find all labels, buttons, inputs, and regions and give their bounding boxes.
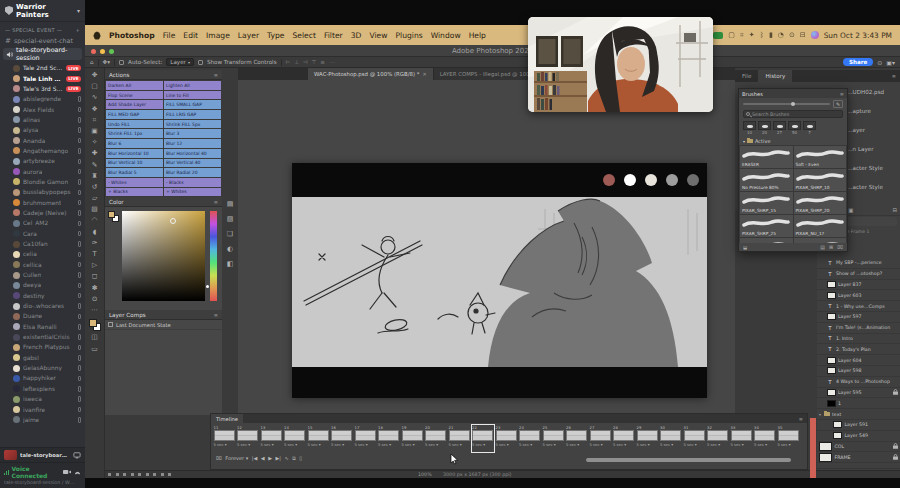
layer-row[interactable]: FRAME <box>817 452 900 463</box>
wifi-icon[interactable]: ◔ <box>778 31 784 39</box>
voice-user-row[interactable]: bruhmoment <box>0 197 85 207</box>
timeline-frame[interactable]: 245 sec ▾ <box>519 425 541 453</box>
frame-duration[interactable]: 5 sec ▾ <box>731 441 752 447</box>
layer-row[interactable]: TShow of …otoshop? <box>817 269 900 280</box>
frame-duration[interactable]: 5 sec ▾ <box>237 441 258 447</box>
brush-tile[interactable]: Expressive Inkr M <box>794 238 847 243</box>
voice-user-row[interactable]: Elsa Ranalli <box>0 322 85 332</box>
action-button[interactable]: Blur Radial 20 <box>164 168 221 177</box>
frame-duration[interactable]: 5 sec ▾ <box>684 441 705 447</box>
loop-selector[interactable]: Forever ▾ <box>225 455 248 461</box>
voice-user-row[interactable]: Cullen <box>0 270 85 280</box>
layer-row[interactable]: ▾text <box>817 409 900 420</box>
layer-row[interactable]: Layer 591 <box>817 420 900 431</box>
frame-duration[interactable]: 5 sec ▾ <box>331 441 352 447</box>
hand-tool-icon[interactable]: ✽ <box>92 284 98 293</box>
foreground-background-swatches[interactable] <box>108 211 119 222</box>
layer-row[interactable]: Layer 549 <box>817 431 900 442</box>
frame-thumbnail[interactable] <box>566 430 587 441</box>
timeline-mini-icon[interactable] <box>108 473 111 476</box>
menu-3d[interactable]: 3D <box>351 31 362 40</box>
libraries-panel-icon[interactable]: ❏ <box>227 230 233 238</box>
voice-user-row[interactable]: Ananda <box>0 135 85 145</box>
frame-thumbnail[interactable] <box>543 430 564 441</box>
brush-preset[interactable]: 27 <box>773 121 786 135</box>
timeline-frame[interactable]: 265 sec ▾ <box>566 425 588 453</box>
layer-row[interactable]: TMy SBP -…perience <box>817 258 900 269</box>
timeline-frame[interactable]: 355 sec ▾ <box>777 425 799 453</box>
layer-row[interactable]: Layer 604 <box>817 355 900 366</box>
timeline-mini-icon[interactable] <box>153 473 156 476</box>
brush-tile[interactable]: PIXAR_SHRP_10 <box>794 169 847 191</box>
action-button[interactable]: Darken All <box>106 81 163 90</box>
disconnect-icon[interactable] <box>74 469 81 476</box>
timeline-frame[interactable]: 135 sec ▾ <box>260 425 282 453</box>
timeline-scrollbar[interactable] <box>586 458 791 462</box>
action-button[interactable]: Blur Vertical 10 <box>106 159 163 168</box>
action-button[interactable]: Blur 12 <box>164 139 221 148</box>
action-button[interactable]: - Blacks <box>164 178 221 187</box>
zoom-tool-icon[interactable]: ⊙ <box>92 295 98 304</box>
action-button[interactable]: Line to Fill <box>164 91 221 100</box>
color-field[interactable] <box>122 211 205 301</box>
frame-thumbnail[interactable] <box>425 430 446 441</box>
frame-thumbnail[interactable] <box>284 430 305 441</box>
frame-thumbnail[interactable] <box>449 430 470 441</box>
frame-thumbnail[interactable] <box>731 430 752 441</box>
calendar-icon[interactable]: ⌗ <box>740 31 744 39</box>
frame-thumbnail[interactable] <box>519 430 540 441</box>
adjustments-panel-icon[interactable]: ◐ <box>227 245 233 253</box>
ellipsis-tool-icon[interactable]: ⋯ <box>91 306 98 315</box>
close-tab-icon[interactable]: ✕ <box>422 71 426 77</box>
frame-duration[interactable]: 5 sec ▾ <box>496 441 517 447</box>
menu-window[interactable]: Window <box>431 31 461 40</box>
path-select-tool-icon[interactable]: ▷ <box>92 261 97 270</box>
frame-duration[interactable]: 5 sec ▾ <box>754 441 775 447</box>
frame-thumbnail[interactable] <box>637 430 658 441</box>
timeline-frame[interactable]: 255 sec ▾ <box>542 425 564 453</box>
auto-select-target-dropdown[interactable]: Layer▾ <box>166 58 194 66</box>
window-titlebar[interactable]: Adobe Photoshop 2022 <box>85 45 900 57</box>
voice-user-row[interactable]: ivanfire <box>0 404 85 414</box>
menu-file[interactable]: File <box>163 31 176 40</box>
timeline-frame[interactable]: 125 sec ▾ <box>237 425 259 453</box>
timeline-frame[interactable]: 275 sec ▾ <box>589 425 611 453</box>
siri-icon[interactable] <box>811 31 819 39</box>
voice-user-row[interactable]: French Platypus <box>0 342 85 352</box>
voice-user-row[interactable]: Angathemango <box>0 146 85 156</box>
lasso-tool-icon[interactable]: ∿ <box>92 93 98 102</box>
styles-panel-icon[interactable]: ◧ <box>227 260 234 268</box>
layer-row[interactable]: COL <box>817 442 900 453</box>
category-special-event[interactable]: — SPECIAL EVENT — + <box>0 22 85 35</box>
voice-user-row[interactable]: GelasAbunny <box>0 363 85 373</box>
action-button[interactable]: Lighten All <box>164 81 221 90</box>
tab-file[interactable]: File <box>735 70 758 82</box>
timeline-mini-icon[interactable] <box>123 473 126 476</box>
quick-select-tool-icon[interactable]: ❖ <box>91 105 97 114</box>
layer-comp-row[interactable]: Last Document State <box>105 320 222 330</box>
menu-filter[interactable]: Filter <box>324 31 343 40</box>
action-button[interactable]: Blur 6 <box>106 139 163 148</box>
layer-row[interactable]: T1. Intro <box>817 334 900 345</box>
previous-frame-button[interactable]: ◀ <box>261 455 265 461</box>
brush-preset[interactable]: 10 <box>743 121 756 135</box>
actions-panel-header[interactable]: Actions ≡ <box>105 70 222 80</box>
timeline-mini-icon[interactable] <box>168 473 171 476</box>
apple-icon[interactable] <box>93 31 101 40</box>
text-input-icon[interactable]: ✦ <box>749 31 755 39</box>
frame-thumbnail[interactable] <box>402 430 423 441</box>
layer-row[interactable]: TI'm Tale! (s…Animation <box>817 323 900 334</box>
timeline-mini-icon[interactable] <box>116 473 119 476</box>
frame-duration[interactable]: 5 sec ▾ <box>472 441 493 447</box>
healing-tool-icon[interactable]: ✚ <box>92 149 98 158</box>
panel-menu-icon[interactable]: ≡ <box>840 91 844 97</box>
panel-menu-icon[interactable]: ≡ <box>799 416 807 422</box>
eyedropper-tool-icon[interactable]: ✧ <box>92 138 98 147</box>
voice-user-row[interactable]: aurora <box>0 166 85 176</box>
timeline-frame[interactable]: 195 sec ▾ <box>401 425 423 453</box>
brush-folder-row[interactable]: ▾ Active <box>739 137 847 145</box>
menu-photoshop[interactable]: Photoshop <box>109 31 155 40</box>
show-transform-checkbox[interactable] <box>198 60 203 65</box>
voice-user-row[interactable]: existentialCrisis <box>0 332 85 342</box>
caret-icon[interactable]: ▾ <box>819 412 821 417</box>
